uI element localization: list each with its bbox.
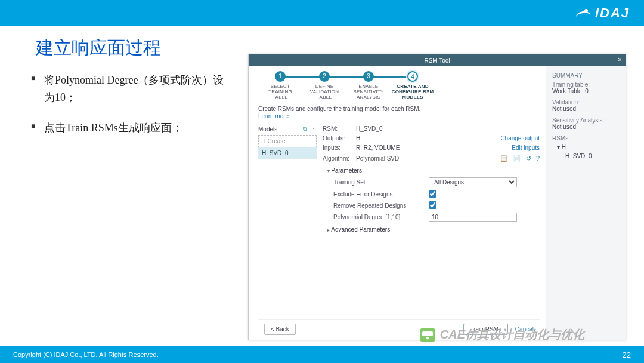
models-panel: Models ⧉ ⋮ + Create H_SVD_0: [258, 125, 317, 319]
slide-footer: Copyright (C) IDAJ Co., LTD. All Rights …: [0, 346, 644, 363]
rsm-detail-panel: RSM: H_SVD_0 Outputs: H Change output In…: [323, 125, 540, 319]
step-2-number: 2: [319, 71, 330, 82]
summary-rsm-tree-child[interactable]: H_SVD_0: [557, 153, 620, 159]
tool-title-text: RSM Tool: [424, 57, 450, 64]
watermark-text: CAE仿真设计自动化与优化: [440, 327, 584, 343]
exclude-error-checkbox[interactable]: [429, 190, 436, 198]
logo-swoosh-icon: [576, 8, 592, 19]
change-output-link[interactable]: Change output: [500, 135, 540, 141]
step-3-label: ENABLESENSITIVITYANALYSIS: [346, 84, 391, 100]
outputs-label: Outputs:: [323, 135, 356, 141]
brand-text: IDAJ: [595, 5, 630, 21]
algorithm-value: Polynomial SVD: [356, 155, 399, 162]
summary-sensitivity-label: Sensitivity Analysis:: [552, 117, 620, 124]
summary-sensitivity-value: Not used: [552, 124, 620, 130]
close-icon[interactable]: ×: [618, 56, 622, 64]
brand-logo: IDAJ: [576, 5, 630, 21]
rsm-name-label: RSM:: [323, 125, 356, 132]
summary-rsms-label: RSMs:: [552, 135, 620, 141]
summary-validation-label: Validation:: [552, 99, 620, 106]
step-1[interactable]: 1 SELECTTRAININGTABLE: [258, 71, 302, 100]
step-2-label: DEFINEVALIDATIONTABLE: [302, 84, 346, 100]
summary-training-table-value: Work Table_0: [552, 88, 620, 94]
summary-training-table-label: Training table:: [552, 81, 620, 88]
inputs-label: Inputs:: [323, 144, 356, 151]
copy-icon[interactable]: ⧉: [303, 125, 307, 133]
algorithm-label: Algorithm:: [323, 155, 356, 162]
help-icon[interactable]: ?: [536, 155, 540, 162]
summary-header: SUMMARY: [552, 72, 620, 79]
watermark: CAE仿真设计自动化与优化: [420, 327, 584, 343]
remove-repeated-checkbox[interactable]: [429, 201, 436, 209]
summary-validation-value: Not used: [552, 106, 620, 112]
copy-algo-icon[interactable]: 📋: [500, 155, 508, 162]
step-4-number: 4: [407, 71, 418, 82]
outputs-value: H: [356, 135, 360, 141]
step-description: Create RSMs and configure the training m…: [258, 106, 540, 112]
edit-inputs-link[interactable]: Edit inputs: [512, 144, 540, 151]
tool-titlebar: RSM Tool ×: [249, 54, 626, 66]
wechat-icon: [420, 328, 435, 342]
slide-bullets: 将Polynomial Degree（多项式阶次）设为10； 点击Train R…: [31, 72, 234, 149]
copyright-text: Copyright (C) IDAJ Co., LTD. All Rights …: [13, 351, 159, 358]
learn-more-link[interactable]: Learn more: [258, 113, 540, 119]
back-button[interactable]: < Back: [264, 324, 296, 335]
paste-algo-icon[interactable]: 📄: [513, 155, 521, 162]
rsm-tool-window: RSM Tool × 1 SELECTTRAININGTABLE 2 DEFIN…: [248, 54, 626, 340]
summary-panel: SUMMARY Training table: Work Table_0 Val…: [546, 66, 626, 340]
inputs-value: R, R2, VOLUME: [356, 144, 400, 151]
training-set-label: Training Set: [333, 179, 429, 186]
step-3[interactable]: 3 ENABLESENSITIVITYANALYSIS: [346, 71, 391, 100]
step-4-label: CREATE ANDCONFIGURE RSMMODELS: [391, 84, 435, 100]
undo-icon[interactable]: ↺: [526, 155, 531, 162]
step-2[interactable]: 2 DEFINEVALIDATIONTABLE: [302, 71, 346, 100]
summary-rsm-tree-root[interactable]: ▾ H: [557, 144, 620, 150]
wizard-stepper: 1 SELECTTRAININGTABLE 2 DEFINEVALIDATION…: [258, 71, 540, 100]
polynomial-degree-input[interactable]: [429, 213, 517, 222]
bullet-1: 将Polynomial Degree（多项式阶次）设为10；: [31, 72, 234, 106]
create-model-button[interactable]: + Create: [258, 135, 317, 147]
polynomial-degree-label: Polynomial Degree [1,10]: [333, 214, 429, 220]
training-set-select[interactable]: All Designs: [429, 177, 517, 187]
model-item-0[interactable]: H_SVD_0: [258, 147, 317, 159]
step-1-number: 1: [275, 71, 286, 82]
parameters-section-header[interactable]: Parameters: [327, 167, 540, 174]
remove-repeated-label: Remove Repeated Designs: [333, 202, 429, 209]
bullet-2: 点击Train RSMs生成响应面；: [31, 119, 234, 137]
slide-title: 建立响应面过程: [36, 36, 161, 60]
rsm-name-value: H_SVD_0: [356, 125, 382, 132]
page-number: 22: [623, 350, 631, 359]
menu-icon[interactable]: ⋮: [311, 125, 317, 133]
step-4[interactable]: 4 CREATE ANDCONFIGURE RSMMODELS: [391, 71, 435, 100]
models-header-label: Models: [258, 126, 277, 133]
step-3-number: 3: [363, 71, 374, 82]
exclude-error-label: Exclude Error Designs: [333, 191, 429, 198]
advanced-parameters-header[interactable]: Advanced Parameters: [327, 226, 540, 233]
step-1-label: SELECTTRAININGTABLE: [258, 84, 302, 100]
